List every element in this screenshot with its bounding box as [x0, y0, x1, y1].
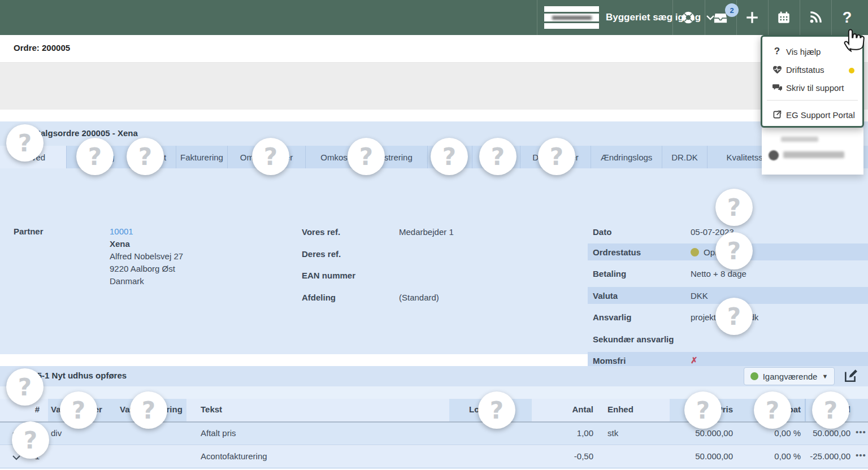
cell-antal: 1,00 — [537, 428, 593, 438]
betaling-label: Betaling — [593, 269, 626, 278]
col-enhed[interactable]: Enhed — [607, 404, 633, 414]
cell-antal: -0,50 — [537, 451, 593, 461]
menu-item-skriv-til-support[interactable]: Skriv til support — [762, 79, 862, 97]
question-mark-overlay — [12, 421, 49, 459]
question-mark-overlay — [715, 189, 753, 226]
question-mark-overlay — [715, 232, 753, 269]
top-header-bar: Byggeriet sæg igang 2 ? — [0, 0, 868, 35]
mouse-cursor-hand — [843, 25, 866, 55]
question-mark-overlay — [348, 138, 385, 175]
sekundaer-ansvarlig-label: Sekundær ansvarlig — [593, 334, 674, 344]
question-mark-overlay — [76, 138, 114, 175]
question-icon: ? — [770, 46, 784, 57]
edit-icon[interactable] — [843, 368, 858, 385]
project-status-button[interactable]: Igangværende ▼ — [744, 367, 835, 385]
tab-fakturering[interactable]: Fakturering — [176, 146, 228, 168]
row-actions-icon[interactable]: ••• — [856, 450, 866, 460]
cell-pris: 50.000,00 — [667, 451, 733, 461]
cell-tekst: Acontofakturering — [201, 451, 267, 461]
order-lines-panel: 200005-1 Nyt udhus opføres Igangværende … — [0, 366, 868, 469]
cell-total: -25.000,00 — [802, 451, 850, 461]
menu-footer-blurred — [762, 128, 863, 175]
momsfri-label: Momsfri — [593, 356, 626, 365]
tab-aendringslogs[interactable]: Ændringslogs — [591, 146, 662, 168]
vores-ref-value: Medarbejder 1 — [399, 227, 454, 237]
cell-pris: 50.000,00 — [667, 428, 733, 438]
company-logo — [544, 6, 599, 29]
vores-ref-label: Vores ref. — [302, 227, 340, 237]
question-mark-overlay — [684, 391, 722, 429]
ansvarlig-label: Ansvarlig — [593, 312, 631, 322]
partner-address2: 9220 Aalborg Øst — [110, 264, 175, 273]
table-row[interactable]: div Aftalt pris 1,00 stk 50.000,00 0,00 … — [0, 423, 868, 445]
question-mark-overlay — [127, 138, 164, 175]
status-dot-olive — [691, 248, 699, 256]
cell-varenummer: div — [51, 428, 62, 438]
partner-country: Danmark — [110, 276, 144, 286]
menu-item-eg-support-portal[interactable]: EG Support Portal — [762, 106, 862, 124]
dato-label: Dato — [593, 227, 611, 237]
cell-total: 50.000,00 — [802, 428, 850, 438]
partner-label: Partner — [14, 227, 44, 236]
caret-down-icon: ▼ — [822, 373, 828, 380]
afdeling-value: (Standard) — [399, 293, 439, 302]
calendar-icon[interactable] — [768, 0, 800, 35]
status-dot-green — [750, 372, 758, 380]
rss-icon[interactable] — [800, 0, 831, 35]
cell-rabat: 0,00 % — [746, 428, 801, 438]
app-window: Byggeriet sæg igang 2 ? Ordre: 200005 — [0, 0, 868, 470]
afdeling-label: Afdeling — [302, 293, 336, 302]
valuta-label: Valuta — [593, 291, 618, 301]
project-status-label: Igangværende — [763, 372, 818, 381]
lifebuoy-icon[interactable] — [672, 0, 704, 35]
chat-icon — [770, 84, 784, 92]
question-mark-overlay — [812, 391, 849, 429]
search-bar-section — [0, 63, 868, 110]
menu-divider — [767, 100, 858, 101]
question-mark-overlay — [715, 298, 753, 335]
question-mark-overlay — [754, 391, 791, 429]
question-mark-overlay — [538, 138, 575, 175]
order-lines-table: # Varenummer Varegruppering Tekst Lokati… — [0, 386, 868, 469]
deres-ref-label: Deres ref. — [302, 249, 341, 259]
order-section-title: Salgsordre 200005 - Xena — [35, 128, 138, 138]
question-mark-overlay — [6, 368, 44, 406]
partner-number-link[interactable]: 10001 — [110, 227, 133, 236]
question-mark-overlay — [252, 138, 289, 175]
question-mark-overlay — [60, 391, 97, 429]
col-num[interactable]: # — [23, 404, 40, 414]
question-mark-overlay — [431, 138, 468, 175]
tab-drdk[interactable]: DR.DK — [662, 146, 708, 168]
betaling-value: Netto + 8 dage — [691, 269, 747, 278]
col-antal[interactable]: Antal — [537, 404, 593, 414]
momsfri-value: ✗ — [691, 355, 698, 365]
status-dot-yellow — [849, 68, 854, 73]
col-tekst[interactable]: Tekst — [201, 404, 222, 414]
row-actions-icon[interactable]: ••• — [856, 427, 866, 437]
project-header: 200005-1 Nyt udhus opføres Igangværende … — [0, 366, 868, 386]
menu-item-driftstatus[interactable]: Driftstatus — [762, 60, 862, 79]
question-mark-overlay — [478, 391, 515, 429]
page-title: Ordre: 200005 — [14, 43, 70, 53]
question-mark-overlay — [479, 138, 517, 175]
cell-enhed: stk — [607, 428, 618, 438]
partner-name: Xena — [110, 239, 130, 249]
partner-address1: Alfred Nobelsvej 27 — [110, 251, 183, 261]
question-mark-overlay — [130, 391, 167, 429]
table-row[interactable]: 1 Acontofakturering -0,50 50.000,00 0,00… — [0, 446, 868, 468]
heart-pulse-icon — [770, 66, 784, 74]
external-link-icon — [770, 110, 784, 119]
plus-icon[interactable] — [736, 0, 768, 35]
question-mark-overlay — [6, 124, 44, 162]
avatar — [769, 150, 779, 160]
ordrestatus-label: Ordrestatus — [593, 247, 641, 257]
cell-tekst: Aftalt pris — [201, 428, 236, 438]
header-divider — [537, 0, 537, 35]
cell-rabat: 0,00 % — [746, 451, 801, 461]
valuta-value: DKK — [691, 291, 708, 301]
ean-nummer-label: EAN nummer — [302, 271, 355, 280]
